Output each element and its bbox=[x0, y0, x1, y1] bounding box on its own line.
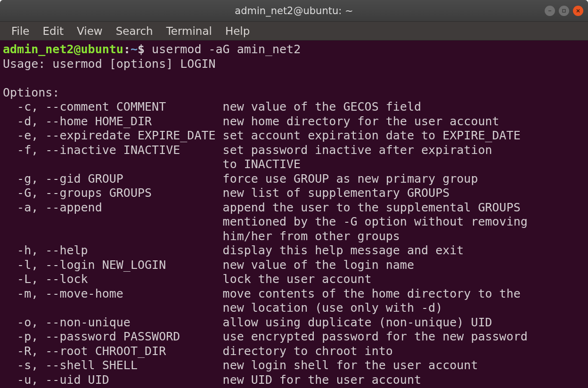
close-icon bbox=[575, 8, 581, 14]
svg-rect-1 bbox=[563, 9, 565, 12]
prompt-dollar: $ bbox=[138, 42, 152, 56]
usage-line: Usage: usermod [options] LOGIN bbox=[3, 57, 216, 71]
options-list: -c, --comment COMMENT new value of the G… bbox=[3, 100, 585, 387]
terminal-window: admin_net2@ubuntu: ~ File Edit View Sear… bbox=[0, 0, 588, 388]
window-title: admin_net2@ubuntu: ~ bbox=[235, 5, 353, 16]
terminal-area[interactable]: admin_net2@ubuntu:~$ usermod -aG amin_ne… bbox=[0, 40, 588, 388]
close-button[interactable] bbox=[573, 6, 583, 16]
menu-file[interactable]: File bbox=[5, 23, 36, 39]
menubar: File Edit View Search Terminal Help bbox=[0, 22, 588, 40]
menu-search[interactable]: Search bbox=[109, 23, 160, 39]
options-header: Options: bbox=[3, 86, 59, 99]
command-text: usermod -aG amin_net2 bbox=[152, 42, 301, 56]
maximize-icon bbox=[561, 8, 567, 14]
prompt-user-host: admin_net2@ubuntu bbox=[3, 42, 123, 56]
prompt-colon: : bbox=[123, 42, 131, 56]
menu-edit[interactable]: Edit bbox=[36, 23, 71, 39]
window-controls bbox=[545, 0, 583, 21]
minimize-button[interactable] bbox=[545, 6, 555, 16]
menu-terminal[interactable]: Terminal bbox=[160, 23, 219, 39]
maximize-button[interactable] bbox=[559, 6, 569, 16]
minimize-icon bbox=[547, 8, 553, 14]
prompt-path: ~ bbox=[131, 42, 138, 56]
titlebar[interactable]: admin_net2@ubuntu: ~ bbox=[0, 0, 588, 22]
menu-help[interactable]: Help bbox=[219, 23, 256, 39]
menu-view[interactable]: View bbox=[70, 23, 109, 39]
